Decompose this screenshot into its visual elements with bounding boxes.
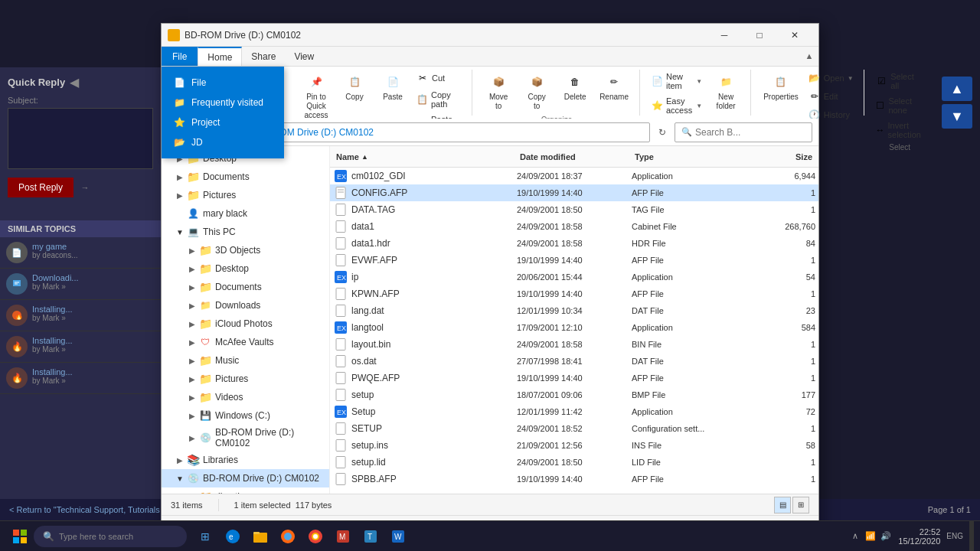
search-input[interactable] [695,127,805,138]
taskview-button[interactable]: ⊞ [193,524,217,549]
tray-network[interactable]: 📶 [864,530,877,543]
properties-button[interactable]: 📋 Properties [759,70,803,105]
search-box[interactable]: 🔍 [675,122,812,142]
tray-volume[interactable]: 🔊 [880,530,892,543]
file-panel-jd[interactable]: 📂 JD [162,132,284,152]
new-item-button[interactable]: 📄 New item ▼ [648,70,706,93]
sidebar-item-mary-black[interactable]: 👤 mary black [162,204,329,223]
app-icon-7[interactable]: T [358,524,383,549]
sidebar-item-videos[interactable]: ▶ 📁 Videos [162,388,329,406]
sidebar-item-bdrom-selected[interactable]: ▼ 💿 BD-ROM Drive (D:) CM0102 [162,469,329,487]
ribbon-tab-share[interactable]: Share [242,47,285,66]
pin-to-quick-button[interactable]: 📌 Pin to Quickaccess [298,70,335,123]
sidebar-item-music[interactable]: ▶ 📁 Music [162,351,329,370]
firefox-icon[interactable] [276,524,300,549]
sidebar-item-icloud[interactable]: ▶ 📁 iCloud Photos [162,315,329,333]
table-row[interactable]: data1.hdr 24/09/2001 18:58 HDR File 84 [330,235,818,252]
sidebar-item-downloads[interactable]: ▶ 📁 Downloads [162,296,329,315]
sidebar-item-this-pc[interactable]: ▼ 💻 This PC [162,223,329,241]
large-icon-view-button[interactable]: ⊞ [792,497,809,514]
table-row[interactable]: EX langtool 17/09/2001 12:10 Application… [330,319,818,336]
sidebar-item-directly[interactable]: 📁 directly... [162,487,329,494]
table-row[interactable]: SETUP 24/09/2001 18:52 Configuration set… [330,420,818,437]
edit-button[interactable]: ✏ Edit [805,88,858,105]
ribbon-tab-home[interactable]: Home [198,47,242,66]
new-folder-button[interactable]: 📁 Newfolder [707,70,744,114]
tray-up-arrow[interactable]: ∧ [849,530,861,543]
ribbon-collapse-button[interactable]: ▲ [800,47,818,65]
sidebar-item-bdrom-thispc[interactable]: ▶ 💿 BD-ROM Drive (D:) CM0102 [162,425,329,451]
col-type-header[interactable]: Type [632,152,754,161]
file-panel-places[interactable]: ⭐ Project [162,112,284,132]
sidebar-item-pictures[interactable]: ▶ 📁 Pictures [162,186,329,204]
post-reply-button[interactable]: Post Reply [8,178,74,197]
sidebar-item-windows-c[interactable]: ▶ 💾 Windows (C:) [162,406,329,425]
start-button[interactable] [6,523,34,550]
table-row[interactable]: EX ip 20/06/2001 15:44 Application 54 [330,269,818,285]
copy-to-button[interactable]: 📦 Copyto [518,70,555,114]
refresh-button[interactable]: ↻ [653,123,671,142]
rename-button[interactable]: ✏ Rename [595,70,633,105]
quick-reply-collapse[interactable]: ◀ [70,75,79,90]
app-icon-8[interactable]: W [386,524,410,549]
chrome-icon[interactable] [303,524,328,549]
reply-textarea[interactable] [8,108,153,169]
col-size-header[interactable]: Size [754,152,815,161]
move-to-button[interactable]: 📦 Moveto [480,70,517,114]
delete-button[interactable]: 🗑 Delete [557,70,593,105]
table-row[interactable]: SPBB.AFP 19/10/1999 14:40 AFP File 1 [330,471,818,487]
table-row[interactable]: EX cm0102_GDI 24/09/2001 18:37 Applicati… [330,168,818,184]
sidebar-item-desktop2[interactable]: ▶ 📁 Desktop [162,259,329,278]
clock[interactable]: 22:52 15/12/2020 [898,527,940,546]
table-row[interactable]: layout.bin 24/09/2001 18:58 BIN File 1 [330,336,818,353]
col-name-header[interactable]: Name ▲ [333,152,517,161]
list-item[interactable]: 🔥 Installing... by Mark » [0,363,161,394]
table-row[interactable]: setup 18/07/2001 09:06 BMP File 177 [330,386,818,403]
address-bar[interactable]: 🖥 › BD-ROM Drive (D:) CM0102 [232,122,650,142]
sidebar-item-mcafee[interactable]: ▶ 🛡 McAfee Vaults [162,333,329,351]
maximize-button[interactable]: □ [742,24,777,47]
scroll-up-button[interactable]: ▲ [942,77,972,101]
ribbon-tab-file[interactable]: File [162,47,198,66]
ribbon-tab-view[interactable]: View [285,47,323,66]
sidebar-item-3d-objects[interactable]: ▶ 📁 3D Objects [162,241,329,259]
file-explorer-taskbar-icon[interactable] [248,524,273,549]
table-row[interactable]: PWQE.AFP 19/10/1999 14:40 AFP File 1 [330,370,818,386]
sidebar-item-documents[interactable]: ▶ 📁 Documents [162,168,329,186]
table-row[interactable]: data1 24/09/2001 18:58 Cabinet File 268,… [330,218,818,235]
sidebar-item-pictures2[interactable]: ▶ 📁 Pictures [162,370,329,388]
close-button[interactable]: ✕ [777,24,812,47]
select-all-button[interactable]: ☑ Select all [872,70,928,93]
invert-selection-button[interactable]: ↔ Invert selection [872,119,928,142]
table-row[interactable]: EX Setup 12/01/1999 11:42 Application 72 [330,403,818,420]
file-panel-frequent[interactable]: 📁 Frequently visited [162,93,284,112]
copy-path-button[interactable]: 📋 Copy path [413,88,466,111]
select-none-button[interactable]: ☐ Select none [872,94,928,117]
table-row[interactable]: lang.dat 12/01/1999 10:34 DAT File 23 [330,302,818,319]
copy-button[interactable]: 📋 Copy [336,70,373,105]
app-icon-6[interactable]: M [331,524,355,549]
table-row[interactable]: EVWF.AFP 19/10/1999 14:40 AFP File 1 [330,252,818,269]
table-row[interactable]: setup.lid 24/09/2001 18:50 LID File 1 [330,454,818,471]
list-item[interactable]: 🔥 Installing... by Mark » [0,300,161,331]
paste-button[interactable]: 📄 Paste [374,70,411,105]
scroll-down-button[interactable]: ▼ [942,104,972,129]
list-item[interactable]: Downloadi... by Mark » [0,269,161,300]
file-panel-item[interactable]: 📄 File [162,73,284,93]
show-desktop-button[interactable] [969,521,974,552]
taskbar-search[interactable]: 🔍 Type here to search [34,526,187,547]
edge-icon[interactable]: e [220,524,245,549]
sidebar-item-documents2[interactable]: ▶ 📁 Documents [162,278,329,296]
open-button[interactable]: 📂 Open ▼ [805,70,858,86]
easy-access-button[interactable]: ⭐ Easy access ▼ [648,94,706,117]
details-view-button[interactable]: ▤ [774,497,791,514]
cut-button[interactable]: ✂ Cut [413,70,466,86]
table-row[interactable]: DATA.TAG 24/09/2001 18:50 TAG File 1 [330,201,818,218]
list-item[interactable]: 📄 my game by deacons... [0,237,161,269]
list-item[interactable]: 🔥 Installing... by Mark » [0,331,161,363]
table-row[interactable]: setup.ins 21/09/2001 12:56 INS File 58 [330,437,818,454]
sidebar-item-libraries[interactable]: ▶ 📚 Libraries [162,451,329,469]
minimize-button[interactable]: ─ [707,24,742,47]
table-row[interactable]: os.dat 27/07/1998 18:41 DAT File 1 [330,353,818,370]
table-row[interactable]: CONFIG.AFP 19/10/1999 14:40 AFP File 1 [330,184,818,201]
